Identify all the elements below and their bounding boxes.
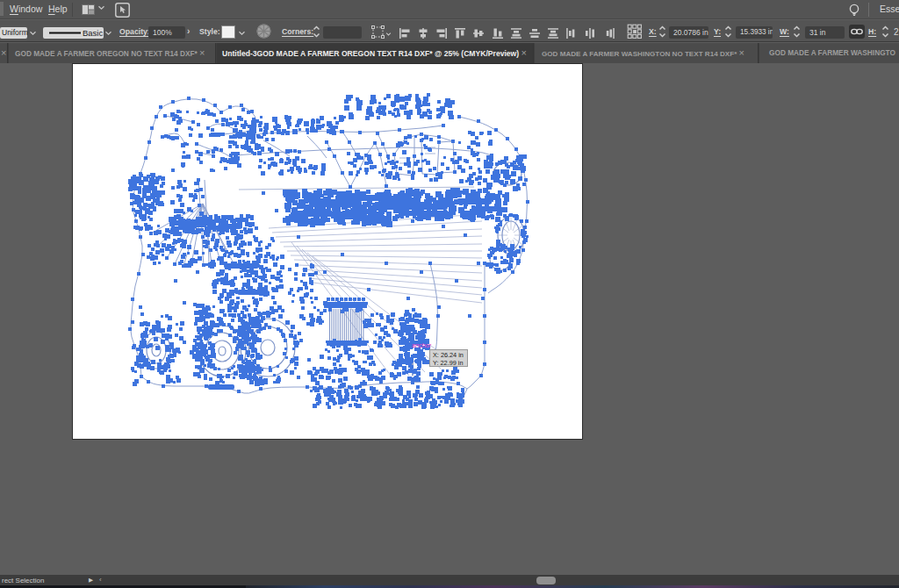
svg-text:Basic: Basic: [83, 28, 103, 38]
